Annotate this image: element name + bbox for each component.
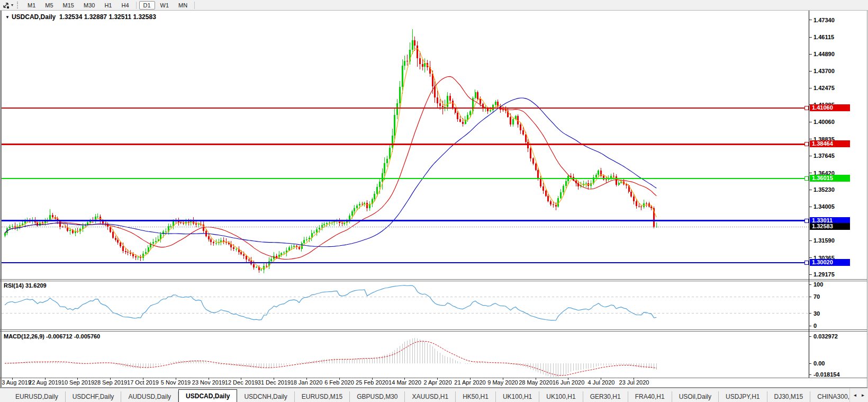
date-axis-label: 21 Apr 2020 [454,379,485,386]
date-axis-label: 3 Aug 2019 [2,379,31,386]
collapse-triangle-icon[interactable]: ▼ [5,15,10,20]
tab-scroll-buttons: ◄ ► [849,388,868,402]
chart-symbol-label: USDCAD,Daily [12,13,56,21]
chevron-down-icon[interactable]: ▾ [11,3,13,7]
price-level-marker [804,142,809,146]
chart-title: ▼USDCAD,Daily 1.32534 1.32887 1.32511 1.… [5,13,156,21]
date-axis-label: 2 Apr 2020 [423,379,451,386]
rsi-axis-label: 30 [813,310,820,317]
timeframe-button-w1[interactable]: W1 [156,1,174,10]
macd-header: MACD(12,26,9) -0.006712 -0.005760 [4,333,100,340]
date-axis-label: 16 Jun 2020 [553,379,585,386]
price-level-marker [804,219,809,223]
tab-hk50-h1[interactable]: HK50,H1 [456,391,496,402]
tab-usdchf-daily[interactable]: USDCHF,Daily [66,391,122,402]
chart-tabs-bar: EURUSD,DailyUSDCHF,DailyAUDUSD,DailyUSDC… [0,388,868,402]
rsi-axis-label: 100 [813,281,823,288]
tab-usdcnh-daily[interactable]: USDCNH,Daily [237,391,294,402]
timeframe-button-mn[interactable]: MN [174,1,192,10]
date-axis-label: 28 May 2020 [519,379,553,386]
price-axis-label: 1.29175 [813,271,835,278]
macd-current-values: -0.006712 -0.005760 [46,333,100,340]
chart-tabs: EURUSD,DailyUSDCHF,DailyAUDUSD,DailyUSDC… [0,388,868,402]
price-level-label: 1.41060 [810,104,850,111]
tab-usoil-daily[interactable]: USOil,Daily [672,391,719,402]
price-level-marker [804,176,809,181]
tab-audusd-daily[interactable]: AUDUSD,Daily [121,391,178,402]
date-axis-label: 4 Jul 2020 [588,379,615,386]
tab-eurusd-m15[interactable]: EURUSD,M15 [295,391,350,402]
date-axis-label: 6 Feb 2020 [324,379,354,386]
tab-uk100-h1[interactable]: UK100,H1 [496,391,539,402]
date-axis-label: 10 Sep 2019 [61,379,94,386]
timeframe-buttons: M1M5M15M30H1H4D1W1MN [23,1,197,10]
price-axis-label: 1.31590 [813,237,835,244]
price-level-label: 1.36015 [810,175,850,182]
price-chart-canvas[interactable] [0,0,868,402]
price-level-marker [804,106,809,110]
price-axis-label: 1.34005 [813,203,835,210]
timeframe-button-m5[interactable]: M5 [41,1,57,10]
tab-usdcad-daily[interactable]: USDCAD,Daily [178,389,237,402]
toolbar-grip[interactable] [17,2,20,8]
date-axis-label: 31 Dec 2019 [258,379,291,386]
macd-axis-label: 0.00 [813,360,825,367]
date-axis-label: 17 Oct 2019 [127,379,159,386]
timeframe-button-h4[interactable]: H4 [117,1,133,10]
rsi-axis-label: 0 [813,323,817,329]
rsi-current-value: 31.6209 [25,282,47,289]
date-axis-label: 28 Sep 2019 [94,379,127,386]
timeframe-button-m15[interactable]: M15 [59,1,78,10]
tab-uk100-h1[interactable]: UK100,H1 [539,391,583,402]
price-axis-label: 1.40060 [813,119,835,125]
price-axis-label: 1.37645 [813,153,835,159]
rsi-header: RSI(14) 31.6209 [4,282,47,289]
price-axis-label: 1.42475 [813,85,835,91]
timeframe-button-d1[interactable]: D1 [139,1,155,10]
price-level-marker [804,261,809,265]
chart-ohlc-values: 1.32534 1.32887 1.32511 1.32583 [59,13,156,21]
price-axis-label: 1.35230 [813,186,835,193]
price-axis-label: 1.46115 [813,34,834,40]
tab-xauusd-h1[interactable]: XAUUSD,H1 [405,391,456,402]
tab-scroll-left-icon[interactable]: ◄ [853,393,857,398]
tab-usdjpy-h1[interactable]: USDJPY,H1 [719,391,767,402]
tab-gbpusd-m30[interactable]: GBPUSD,M30 [350,391,405,402]
macd-axis-label: -0.018154 [813,371,840,378]
tab-fra40-h1[interactable]: FRA40,H1 [628,391,672,402]
date-axis-label: 12 Dec 2019 [225,379,258,386]
date-axis-label: 14 Mar 2020 [388,379,421,386]
date-axis-label: 9 May 2020 [487,379,518,386]
price-level-label: 1.32583 [810,223,850,230]
tab-scroll-right-icon[interactable]: ► [861,393,865,398]
timeframe-button-m30[interactable]: M30 [79,1,99,10]
date-axis-label: 5 Nov 2019 [161,379,191,386]
crosshair-tool-icon[interactable] [2,2,11,9]
date-axis-label: 23 Nov 2019 [192,379,225,386]
tab-dj30-m15[interactable]: DJ30,M15 [767,391,811,402]
top-toolbar: ▾ M1M5M15M30H1H4D1W1MN [0,0,868,11]
price-axis-label: 1.47340 [813,17,835,23]
price-level-label: 1.30020 [810,259,850,266]
price-level-label: 1.38464 [810,140,850,147]
toolbar-separator [136,2,137,9]
toolbar-separator [194,2,195,9]
tab-ger30-h1[interactable]: GER30,H1 [583,391,628,402]
mt4-application: ▾ M1M5M15M30H1H4D1W1MN ▼USDCAD,Daily 1.3… [0,0,868,402]
timeframe-button-h1[interactable]: H1 [100,1,116,10]
price-axis-label: 1.44890 [813,51,835,57]
date-axis-label: 18 Jan 2020 [291,379,323,386]
timeframe-button-m1[interactable]: M1 [23,1,40,10]
macd-axis-label: 0.032972 [813,333,838,340]
date-axis-label: 22 Aug 2019 [29,379,61,386]
price-axis-label: 1.43700 [813,68,835,74]
tab-eurusd-daily[interactable]: EURUSD,Daily [8,391,66,402]
date-axis-label: 25 Feb 2020 [356,379,388,386]
rsi-axis-label: 70 [813,293,820,300]
date-axis-label: 23 Jul 2020 [619,379,649,386]
